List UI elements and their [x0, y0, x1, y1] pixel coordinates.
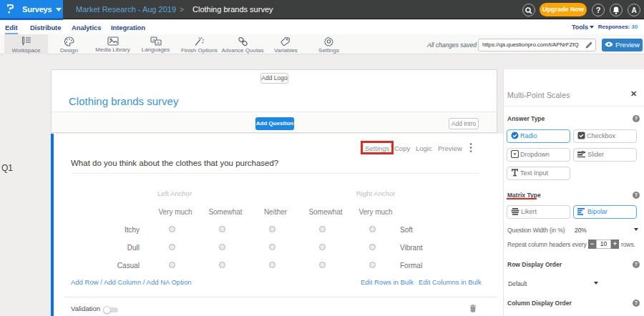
svg-text:A: A	[152, 38, 155, 42]
svg-text:A: A	[157, 41, 160, 45]
